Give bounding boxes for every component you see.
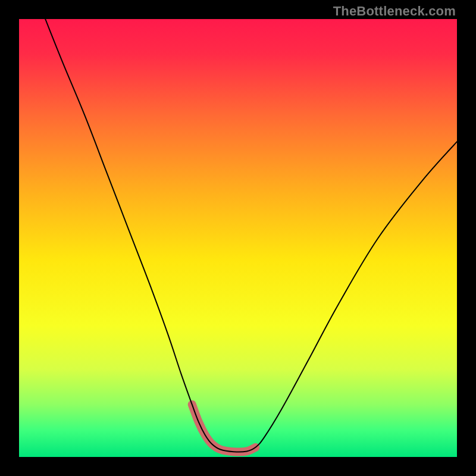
plot-area	[19, 19, 457, 457]
watermark-text: TheBottleneck.com	[333, 4, 456, 19]
outer-black-frame: TheBottleneck.com	[0, 0, 476, 476]
gradient-background	[19, 19, 457, 457]
chart-svg	[19, 19, 457, 457]
